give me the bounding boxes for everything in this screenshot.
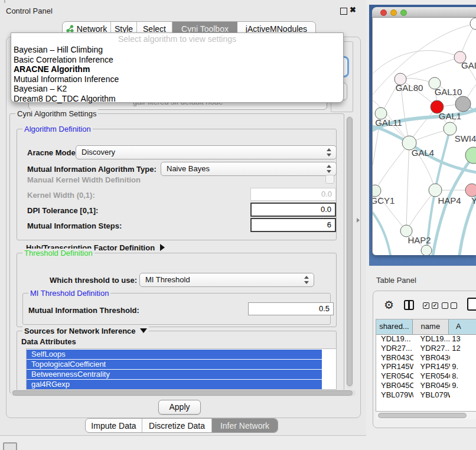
node-label: GAL80 [396,83,423,93]
minimize-window-icon[interactable] [390,9,397,16]
table-row[interactable]: YPR145WYPR145W9. [376,362,476,371]
column-header-shared-name[interactable]: shared... [376,319,413,334]
network-canvas[interactable]: GALGAL80GAL10GAL1SWI4GAL11GAL4GCY1HAP4YH… [372,18,476,255]
dpi-tolerance-field[interactable]: 0.0 [250,203,336,217]
algorithm-option[interactable]: Bayesian – Hill Climbing [14,45,103,54]
column-organization-icon[interactable] [404,300,414,310]
algorithm-option[interactable]: Dream8 DC_TDC Algorithm [14,94,116,103]
cyni-bottom-tabs: Impute Data Discretize Data Infer Networ… [85,418,278,433]
node-label: GAL [461,60,476,70]
mi-type-combo[interactable]: Naive Bayes [161,162,337,176]
algorithm-definition-title: Algorithm Definition [22,125,93,133]
table-cell[interactable]: YDR27... [413,344,451,353]
network-node-hap4[interactable] [429,184,442,197]
mi-threshold-field[interactable]: 0.5 [248,302,334,315]
table-cell[interactable]: YER054C [413,371,451,381]
table-cell[interactable]: YPR145W [376,362,413,371]
settings-vertical-scrollbar[interactable] [347,117,353,386]
table-row[interactable]: YDL19...YDL19...13 [376,334,476,344]
network-node[interactable] [455,96,471,112]
tab-discretize-data-label: Discretize Data [149,421,205,431]
table-row[interactable]: YDR27...YDR27...12 [376,344,476,353]
algorithm-option[interactable]: Basic Correlation Inference [14,55,113,64]
column-header-name[interactable]: name [413,319,449,334]
attribute-item[interactable]: gal4RGexp [27,380,322,389]
table-cell[interactable]: 9. [450,381,476,390]
column-divider [408,301,410,309]
network-window-titlebar[interactable] [372,7,476,18]
apply-button[interactable]: Apply [158,400,201,415]
table-cell[interactable]: YBR045C [376,381,413,390]
column-header-third[interactable]: A [449,319,476,334]
table-row[interactable]: YER054CYER054C8. [376,371,476,381]
select-all-checkboxes-icon[interactable]: ✓ ✓ [423,302,438,309]
node-label: GAL4 [412,148,434,158]
network-node-y[interactable] [465,184,476,197]
table-cell[interactable]: YPR145W [413,362,451,371]
table-cell[interactable]: YBR043C [376,353,413,363]
panel-title: Control Panel [6,6,53,15]
table-cell[interactable] [450,353,476,363]
network-node[interactable] [470,18,476,30]
table-cell[interactable]: YBL079W [413,390,451,397]
table-cell[interactable]: 12 [450,344,476,353]
zoom-window-icon[interactable] [400,9,407,16]
algorithm-option-selected[interactable]: ARACNE Algorithm [14,64,90,74]
settings-horizontal-scrollbar[interactable] [12,390,353,396]
algorithm-option[interactable]: Bayesian – K2 [14,84,67,93]
table-horizontal-scrollbar[interactable] [378,413,467,418]
algorithm-dropdown-popup: Select algorithm to view settings Bayesi… [11,32,344,103]
table-cell[interactable]: YBL079W [376,390,413,397]
table-cell[interactable]: YDR27... [376,344,413,353]
table-cell[interactable]: YER054C [376,371,413,381]
table-cell[interactable]: YBR045C [413,381,451,390]
network-node[interactable] [465,147,476,164]
node-label: GAL10 [435,87,462,97]
algorithm-option[interactable]: Mutual Information Inference [14,74,119,84]
tab-infer-network[interactable]: Infer Network [212,419,278,432]
deselect-checkboxes-icon[interactable] [442,302,457,309]
mi-steps-label: Mutual Information Steps: [27,221,122,230]
which-threshold-combo[interactable]: MI Threshold [139,273,314,287]
manual-kernel-label: Manual Kernel Width Definition [27,175,141,184]
unchecked-box-icon [451,302,457,309]
network-node-gcy1[interactable] [373,185,381,197]
bottom-corner-button[interactable] [3,442,17,450]
table-cell[interactable]: YDL19... [413,334,451,344]
node-label: GAL11 [375,118,402,128]
tab-impute-data[interactable]: Impute Data [86,419,142,432]
table-cell[interactable]: 13 [450,334,476,344]
aracne-mode-combo[interactable]: Discovery [76,145,337,159]
unchecked-box-icon [442,302,448,309]
combo-stepper-icon [327,164,332,174]
table-cell[interactable]: YBR043C [413,353,451,363]
node-label: HAP2 [407,235,431,245]
node-label: GAL1 [439,111,461,121]
table-row[interactable]: YBR045CYBR045C9. [376,381,476,390]
kernel-width-field[interactable]: 0.0 [250,188,336,201]
table-cell[interactable]: 8. [450,371,476,381]
tab-discretize-data[interactable]: Discretize Data [142,419,212,432]
attribute-item[interactable]: BetweennessCentrality [27,370,322,379]
mi-threshold-group-title: MI Threshold Definition [28,289,110,298]
table-row[interactable]: YBL079WYBL079W [376,390,476,397]
float-window-icon[interactable] [340,8,347,15]
table-row[interactable]: YBR043CYBR043C [376,353,476,363]
attribute-item[interactable]: TopologicalCoefficient [27,360,322,369]
network-node[interactable] [421,245,432,255]
data-attributes-list[interactable]: SelfLoopsTopologicalCoefficientBetweenne… [26,348,337,390]
table-cell[interactable] [450,390,476,397]
mi-steps-field[interactable]: 6 [250,218,336,232]
table-cell[interactable]: YDL19... [376,334,413,344]
table-cell[interactable]: 9. [450,362,476,371]
table-settings-gear-icon[interactable]: ⚙ [384,298,394,311]
window-edge-tick [4,0,5,3]
attribute-item[interactable]: SelfLoops [27,350,322,359]
manual-kernel-checkbox[interactable] [325,175,334,184]
splitter-arrow-icon[interactable] [357,218,360,223]
table-header-row: shared... name A [376,319,476,335]
document-icon[interactable] [467,298,476,311]
close-panel-icon[interactable]: ✖ [350,5,356,14]
close-window-icon[interactable] [380,9,387,16]
sources-group-title[interactable]: Sources for Network Inference [22,327,149,335]
